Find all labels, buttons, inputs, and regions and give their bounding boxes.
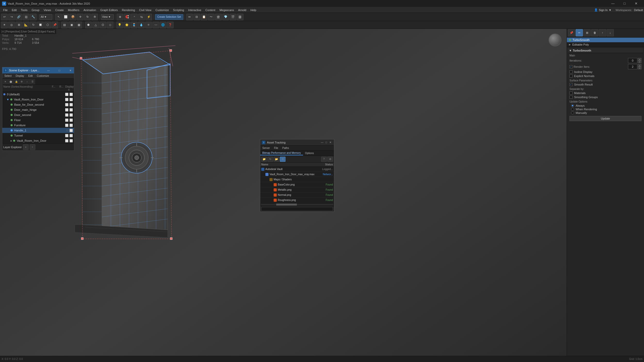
se-menu-customize[interactable]: Customize: [35, 74, 51, 78]
at-menu-paths[interactable]: Paths: [280, 146, 291, 150]
render-button[interactable]: 🎬: [230, 14, 236, 20]
update-button[interactable]: Update: [569, 116, 641, 121]
se-menu-select[interactable]: Select: [2, 74, 14, 78]
at-minimize[interactable]: —: [320, 140, 324, 145]
viewport-nav-icon[interactable]: [549, 33, 564, 49]
nav-sphere[interactable]: [549, 33, 561, 46]
menu-graph-editors[interactable]: Graph Editors: [98, 7, 120, 13]
menu-views[interactable]: Views: [42, 7, 53, 13]
render-iters-value[interactable]: [628, 64, 637, 69]
create-selection-set-button[interactable]: Create Selection Set: [155, 14, 183, 20]
se-item-door-second[interactable]: Door_second ⬜ ⬜: [2, 112, 74, 117]
render-iters-checkbox[interactable]: [569, 65, 573, 68]
explicit-normals-checkbox[interactable]: [569, 74, 573, 78]
se-close[interactable]: ✕: [68, 68, 72, 72]
schematic-button[interactable]: 🕸: [215, 14, 222, 20]
at-menu-server[interactable]: Server: [260, 146, 272, 150]
materials-checkbox[interactable]: [569, 91, 573, 95]
se-item-base-door[interactable]: Base_for_Door_second ⬜ ⬜: [2, 102, 74, 107]
iterations-up[interactable]: ▲: [638, 58, 641, 61]
tb2-ribbon1[interactable]: ▤: [61, 22, 68, 28]
ts-header[interactable]: ▼ TurboSmooth: [568, 48, 643, 53]
menu-content[interactable]: Content: [203, 7, 217, 13]
at-row-metallic[interactable]: Metallic.png Found: [260, 187, 334, 192]
se-group-vault[interactable]: ▼ Vault_Room_Iron_Door ⬜ ⬜: [2, 97, 74, 102]
menu-help[interactable]: Help: [248, 7, 258, 13]
align-button[interactable]: ⊟: [193, 14, 200, 20]
select-object-button[interactable]: 📦: [70, 14, 76, 20]
layer-button[interactable]: 📋: [201, 14, 207, 20]
when-rendering-radio[interactable]: [571, 108, 574, 111]
menu-tools[interactable]: Tools: [19, 7, 30, 13]
modifier-turbosmooth[interactable]: TurboSmooth: [567, 38, 644, 42]
se-item-handle1[interactable]: Handle_1 ⊡ ⬜: [2, 128, 74, 133]
scale-button[interactable]: ⟰: [91, 14, 98, 20]
tb2-poly4[interactable]: ◇: [107, 22, 113, 28]
at-tb-right1[interactable]: ?: [321, 157, 327, 162]
at-scroll-thumb[interactable]: [276, 204, 297, 206]
snap-button[interactable]: 🧲: [124, 14, 131, 20]
mod-btn-instance[interactable]: ⊞: [583, 29, 591, 36]
curves-button[interactable]: 〜: [208, 14, 215, 20]
se-footer-btn1[interactable]: ≡: [23, 144, 29, 150]
maximize-button[interactable]: □: [619, 0, 630, 7]
at-row-roughness[interactable]: Roughness.png Found: [260, 198, 334, 203]
tb2-poly2[interactable]: △: [92, 22, 99, 28]
at-tb-active[interactable]: ☰: [280, 157, 286, 162]
tb2-ribbon3[interactable]: ▦: [76, 22, 82, 28]
mirror-button[interactable]: ⇔: [186, 14, 193, 20]
at-maximize[interactable]: □: [324, 140, 328, 145]
mod-btn-down[interactable]: ↓: [607, 29, 614, 36]
select-link-button[interactable]: 🔗: [15, 14, 22, 20]
se-menu-display[interactable]: Display: [14, 74, 26, 78]
always-radio[interactable]: [571, 104, 574, 107]
select-region-button[interactable]: ⬜: [62, 14, 69, 20]
menu-group[interactable]: Group: [29, 7, 42, 13]
filter-dropdown[interactable]: All▼: [39, 14, 52, 20]
iterations-value[interactable]: [628, 58, 637, 63]
tb2-light1[interactable]: 💡: [116, 22, 123, 28]
se-minimize[interactable]: —: [46, 68, 51, 72]
at-row-vault[interactable]: Autodesk Vault Logged...: [260, 167, 334, 172]
at-scroll-track[interactable]: [261, 204, 333, 206]
minimize-button[interactable]: —: [607, 0, 619, 7]
at-close[interactable]: ✕: [328, 140, 332, 145]
at-status-input[interactable]: [261, 207, 333, 211]
se-footer-btn2[interactable]: +: [30, 144, 35, 150]
at-row-normal[interactable]: Normal.png Found: [260, 192, 334, 198]
render-iters-up[interactable]: ▲: [638, 64, 641, 67]
tb2-scene[interactable]: 🌐: [160, 22, 166, 28]
at-sub-bitmap[interactable]: Bitmap Performance and Memory: [260, 151, 303, 155]
at-row-maps[interactable]: Maps / Shaders: [260, 177, 334, 182]
material-button[interactable]: 💎: [222, 14, 229, 20]
at-row-basecolor[interactable]: BaseColor.png Found: [260, 182, 334, 187]
unlink-button[interactable]: ⛓: [23, 14, 29, 20]
se-maximize[interactable]: □: [57, 68, 61, 72]
menu-customize[interactable]: Customize: [153, 7, 171, 13]
isoline-checkbox[interactable]: [569, 70, 573, 73]
se-item-vault-door[interactable]: ▶ Vault_Room_Iron_Door ⬜ ⬜: [2, 138, 74, 143]
at-tb-folder[interactable]: 📁: [261, 157, 267, 162]
tb2-ribbon2[interactable]: ▣: [68, 22, 75, 28]
se-tb-columns[interactable]: ☰: [30, 79, 35, 84]
tb2-btn8[interactable]: 📌: [52, 22, 58, 28]
tb2-help[interactable]: ❓: [167, 22, 174, 28]
tb2-btn6[interactable]: 🔲: [37, 22, 44, 28]
tb2-particle[interactable]: ⚛: [145, 22, 152, 28]
tb2-poly1[interactable]: ⬟: [85, 22, 92, 28]
mod-btn-delete[interactable]: 🗑: [591, 29, 598, 36]
menu-interactive[interactable]: Interactive: [186, 7, 203, 13]
se-tb-filter[interactable]: ⬤: [8, 79, 13, 84]
at-tb-right2[interactable]: ⚙: [327, 157, 333, 162]
menu-scripting[interactable]: Scripting: [171, 7, 186, 13]
tb2-poly3[interactable]: ⌬: [100, 22, 106, 28]
tb2-btn5[interactable]: ↻: [30, 22, 37, 28]
select-button[interactable]: ↖: [55, 14, 62, 20]
tb2-fluid[interactable]: 💧: [138, 22, 145, 28]
tb2-hair[interactable]: 〰: [152, 22, 159, 28]
modifier-editable-poly[interactable]: ▶ Editable Poly: [567, 42, 644, 47]
se-tb-lock[interactable]: 🔒: [14, 79, 19, 84]
rotate-button[interactable]: ↻: [84, 14, 91, 20]
se-item-floor[interactable]: Floor ⬜ ⬜: [2, 117, 74, 123]
use-pivot-button[interactable]: ⊕: [117, 14, 123, 20]
